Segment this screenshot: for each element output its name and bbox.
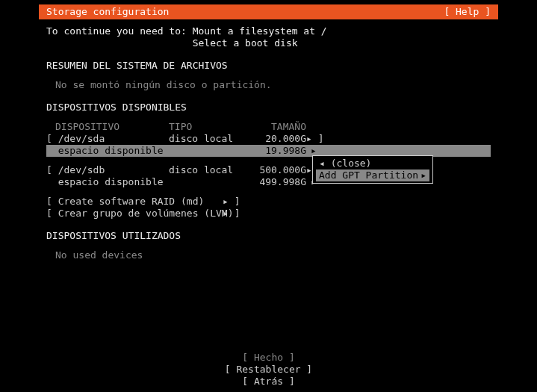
- create-raid[interactable]: [ Create software RAID (md) ▸ ]: [46, 196, 491, 208]
- summary-none: No se montó ningún disco o partición.: [46, 79, 491, 91]
- help-button[interactable]: [ Help ]: [444, 4, 491, 19]
- page-title: Storage configuration: [46, 4, 169, 19]
- col-tam: TAMAÑO: [249, 121, 306, 133]
- chevron-right-icon: ▸ ]: [223, 196, 240, 208]
- available-heading: DISPOSITIVOS DISPONIBLES: [46, 102, 491, 113]
- chevron-right-icon: ▸: [420, 169, 426, 181]
- chevron-right-icon: ▸ ]: [223, 208, 240, 220]
- device-sda[interactable]: [ /dev/sda disco local 20.000G ▸ ]: [46, 133, 491, 145]
- back-button[interactable]: [ Atrás ]: [39, 376, 498, 388]
- used-heading: DISPOSITIVOS UTILIZADOS: [46, 230, 491, 242]
- context-menu: ◂ (close) Add GPT Partition ▸: [312, 155, 433, 184]
- done-button[interactable]: [ Hecho ]: [39, 352, 498, 364]
- col-dev: DISPOSITIVO: [46, 121, 169, 133]
- intro-line-2: Select a boot disk: [46, 37, 491, 49]
- create-lvm[interactable]: [ Crear grupo de volúmenes (LVM) ▸ ]: [46, 208, 491, 220]
- footer-buttons: [ Hecho ] [ Restablecer ] [ Atrás ]: [39, 352, 498, 388]
- col-tipo: TIPO: [169, 121, 249, 133]
- title-bar: Storage configuration [ Help ]: [39, 4, 498, 19]
- used-none: No used devices: [46, 249, 491, 261]
- summary-heading: RESUMEN DEL SISTEMA DE ARCHIVOS: [46, 60, 491, 72]
- reset-button[interactable]: [ Restablecer ]: [39, 364, 498, 376]
- intro-line-1: To continue you need to: Mount a filesys…: [46, 25, 491, 37]
- menu-add-gpt-partition[interactable]: Add GPT Partition ▸: [316, 169, 429, 181]
- chevron-right-icon: ▸ ]: [306, 133, 321, 145]
- column-headers: DISPOSITIVO TIPO TAMAÑO: [46, 121, 491, 133]
- menu-close[interactable]: ◂ (close): [316, 158, 429, 169]
